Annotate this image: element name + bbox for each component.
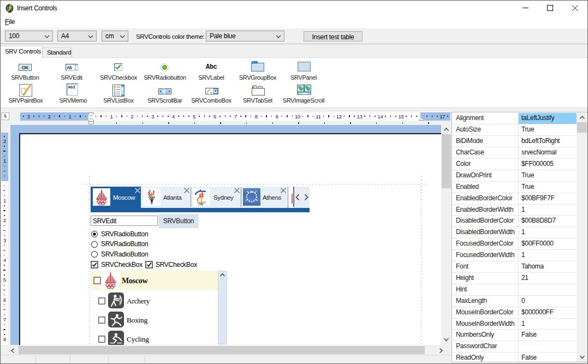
svg-text:Ab: Ab — [67, 65, 73, 71]
svg-text:OK: OK — [22, 65, 29, 70]
svg-text:AbI: AbI — [68, 85, 76, 89]
svg-text:Sydney2000: Sydney2000 — [197, 201, 206, 204]
